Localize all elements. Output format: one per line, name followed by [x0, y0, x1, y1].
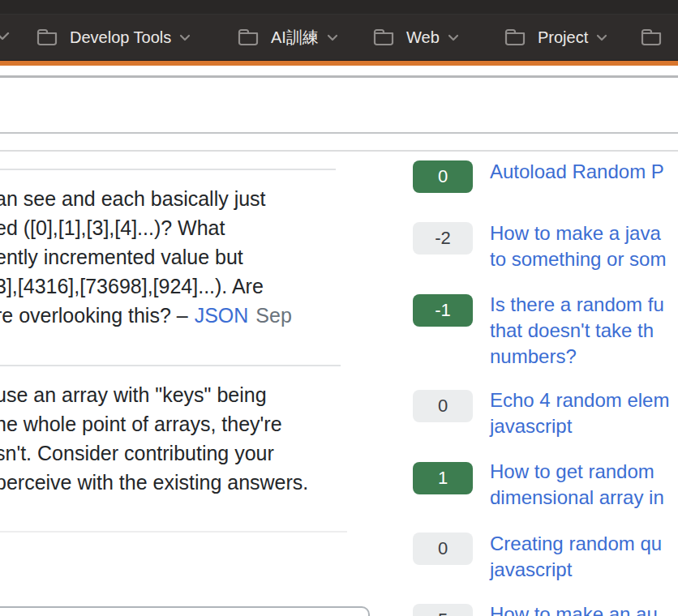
chevron-down-icon [327, 34, 338, 41]
toolbar-bottom-border [0, 75, 678, 78]
bookmark-folder-label: Project [538, 28, 588, 47]
content-sub-border [0, 150, 678, 152]
chevron-down-icon [448, 34, 459, 41]
related-question-link[interactable]: How to make a java to something or som [490, 220, 666, 272]
folder-icon [237, 28, 260, 47]
comment-text: use an array with "keys" being he whole … [0, 380, 308, 497]
vote-score-badge: 5 [413, 604, 473, 616]
bookmark-folder-label: Web [406, 28, 440, 47]
bookmark-folder-web[interactable]: Web [372, 15, 459, 60]
bookmark-folder-label: Develop Tools [70, 28, 171, 47]
comment-divider [0, 169, 336, 170]
comment-divider [0, 365, 341, 366]
vote-score-badge: -2 [413, 222, 473, 255]
chevron-down-icon [596, 34, 607, 41]
bookmarks-bar: Develop Tools AI訓練 Web Project [0, 0, 678, 60]
related-question-link[interactable]: Creating random qu javascript [490, 531, 662, 583]
related-question-link[interactable]: How to get random dimensional array in [490, 459, 664, 511]
vote-score-badge: 0 [413, 533, 473, 565]
related-question-link[interactable]: Is there a random fu that doesn't take t… [490, 292, 664, 370]
comment-date: Sep [255, 304, 291, 327]
bookmark-folder-partial[interactable] [640, 15, 663, 60]
chevron-down-icon [0, 31, 10, 41]
vote-score-badge: 0 [413, 390, 473, 422]
chevron-down-icon [179, 34, 191, 41]
vote-score-badge: 1 [413, 462, 473, 494]
vote-score-badge: -1 [413, 294, 473, 327]
related-question-link[interactable]: Echo 4 random elem javascript [490, 387, 669, 439]
related-question-link[interactable]: Autoload Random P [490, 159, 664, 185]
page-accent-bar [0, 60, 678, 66]
folder-icon [36, 28, 58, 47]
folder-icon [372, 28, 395, 47]
comment-text: an see and each basically just ed ([0],[… [0, 184, 292, 330]
add-comment-textarea[interactable] [0, 606, 370, 616]
folder-icon [640, 28, 663, 47]
bookmark-folder-ai-training[interactable]: AI訓練 [237, 15, 338, 60]
related-question-link[interactable]: How to make an au [490, 601, 658, 616]
comment-author-link[interactable]: JSON [195, 304, 249, 327]
comment-divider [0, 531, 347, 533]
bookmark-folder-develop-tools[interactable]: Develop Tools [36, 15, 191, 60]
vote-score-badge: 0 [413, 160, 473, 193]
bookmark-folder-project[interactable]: Project [504, 15, 607, 60]
content-top-border [0, 132, 678, 134]
folder-icon [504, 28, 526, 47]
bookmark-folder-label: AI訓練 [271, 27, 319, 49]
titlebar-strip [0, 0, 678, 15]
